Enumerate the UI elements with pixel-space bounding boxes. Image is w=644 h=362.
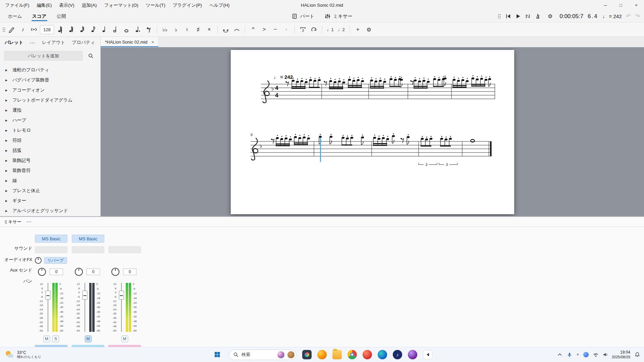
maximize-button[interactable]: □ xyxy=(613,0,629,10)
close-tab-icon[interactable]: × xyxy=(151,40,154,45)
mixer-menu-button[interactable]: ··· xyxy=(26,219,32,224)
audiofx-slot[interactable] xyxy=(35,246,67,253)
app-game-bar-icon[interactable] xyxy=(363,350,372,359)
score-system-2[interactable]: 6 ♭ 3 xyxy=(249,131,494,174)
fader-handle[interactable] xyxy=(119,291,124,300)
note-input-pencil-button[interactable] xyxy=(7,24,17,35)
menu-item[interactable]: 編集(E) xyxy=(33,0,56,10)
duration-16th-button[interactable] xyxy=(77,24,87,35)
palette-category[interactable]: ▶ 装飾記号 xyxy=(0,156,100,166)
loop-playback-button[interactable] xyxy=(525,14,531,19)
fader-handle[interactable] xyxy=(45,291,50,300)
search-companion-icon[interactable] xyxy=(287,351,294,358)
palette-category[interactable]: ▶ 線 xyxy=(0,176,100,186)
menu-item[interactable]: 追加(A) xyxy=(78,0,101,10)
pan-value[interactable]: 0 xyxy=(123,268,137,275)
note-icon-button[interactable]: ♪ xyxy=(18,24,28,35)
palette-category[interactable]: ▶ 装飾音符 xyxy=(0,166,100,176)
parts-button[interactable]: パート xyxy=(292,13,315,19)
metronome-button[interactable] xyxy=(535,14,541,19)
volume-fader[interactable] xyxy=(82,282,88,333)
menu-item[interactable]: ヘルプ(H) xyxy=(206,0,233,10)
palette-category[interactable]: ▶ バグパイプ装飾音 xyxy=(0,75,100,85)
add-button[interactable]: + xyxy=(353,24,363,35)
menu-item[interactable]: ツール(T) xyxy=(142,0,169,10)
key-signature-flat[interactable]: ♭ xyxy=(260,143,262,149)
taskbar-clock[interactable]: 19:04 2025/08/29 xyxy=(612,350,630,360)
play-button[interactable] xyxy=(515,14,521,19)
tab-palettes[interactable]: パレット xyxy=(5,37,23,48)
aux-send-knob[interactable] xyxy=(35,257,42,264)
score-page[interactable]: ♩ = 242 ♭ 4 4 xyxy=(231,50,514,214)
pan-knob[interactable] xyxy=(111,268,119,276)
playback-settings-button[interactable]: ⚙ xyxy=(545,11,555,22)
palette-category[interactable]: ▶ アコーディオン xyxy=(0,85,100,95)
menu-item[interactable]: フォーマット(O) xyxy=(101,0,142,10)
palette-category[interactable]: ▶ ギター xyxy=(0,196,100,206)
rest-button[interactable] xyxy=(144,24,154,35)
fader-handle[interactable] xyxy=(82,291,87,300)
menu-item[interactable]: 表示(V) xyxy=(56,0,78,10)
tab-score[interactable]: スコア xyxy=(27,10,52,22)
reverb-button[interactable]: リバーブ xyxy=(44,257,67,264)
minimize-button[interactable]: ─ xyxy=(598,0,613,10)
palette-category[interactable]: ▶ 括弧 xyxy=(0,145,100,156)
sound-button[interactable]: MS Basic xyxy=(35,235,67,243)
tray-overflow-chevron-icon[interactable] xyxy=(557,352,562,357)
palette-category[interactable]: ▶ ブレスと休止 xyxy=(0,186,100,196)
time-signature-bottom[interactable]: 4 xyxy=(275,92,278,99)
mixer-button[interactable]: ミキサー xyxy=(324,13,352,19)
palette-category[interactable]: ▶ ハープ xyxy=(0,115,100,125)
input-mode-chevrons-button[interactable] xyxy=(29,24,39,35)
mute-button[interactable]: M xyxy=(121,336,128,342)
solo-button[interactable]: S xyxy=(52,336,59,342)
weather-widget[interactable]: 33°C 晴れのちくもり xyxy=(0,350,77,359)
app-firefox-icon[interactable] xyxy=(317,350,327,359)
mute-button[interactable]: M xyxy=(85,336,92,342)
app-purple-icon[interactable] xyxy=(408,350,417,359)
drag-handle-icon[interactable] xyxy=(2,27,6,32)
slur-button[interactable] xyxy=(232,24,242,35)
duration-64th-button[interactable] xyxy=(55,24,65,35)
tab-layout[interactable]: レイアウト xyxy=(42,37,65,48)
palette-category[interactable]: ▶ 連桁のプロパティ xyxy=(0,65,100,75)
drag-handle-icon[interactable] xyxy=(498,14,501,19)
duration-128-button[interactable]: 128 xyxy=(40,25,54,34)
volume-fader[interactable] xyxy=(45,282,51,333)
tuplet-button[interactable]: 3 xyxy=(298,24,308,35)
close-button[interactable]: × xyxy=(629,0,644,10)
pan-knob[interactable] xyxy=(38,268,46,276)
audiofx-slot[interactable] xyxy=(72,246,104,253)
app-file-explorer-icon[interactable] xyxy=(332,350,342,359)
duration-whole-button[interactable] xyxy=(121,24,131,35)
time-signature-top[interactable]: 4 xyxy=(275,85,278,91)
palette-category[interactable]: ▶ アルペジオとグリッサンド xyxy=(0,206,100,216)
tab-home[interactable]: ホーム xyxy=(3,10,27,22)
marcato-button[interactable]: ^ xyxy=(248,24,258,35)
mute-button[interactable]: M xyxy=(43,336,50,342)
notes[interactable] xyxy=(271,133,475,147)
tray-close-icon[interactable]: × xyxy=(577,352,579,357)
flip-direction-button[interactable] xyxy=(309,24,319,35)
sharp-button[interactable]: ♯ xyxy=(193,24,203,35)
key-signature-flat[interactable]: ♭ xyxy=(271,85,274,92)
volume-icon[interactable] xyxy=(603,352,607,357)
app-photos-icon[interactable] xyxy=(302,350,312,359)
pan-value[interactable]: 0 xyxy=(87,268,100,275)
score-system-1[interactable]: ♩ = 242 ♭ 4 4 xyxy=(260,70,496,120)
app-cubase-icon[interactable] xyxy=(423,350,432,359)
tray-app-badge-icon[interactable] xyxy=(583,352,589,357)
palette-search-button[interactable] xyxy=(86,51,96,61)
tab-properties[interactable]: プロパティ xyxy=(72,37,95,48)
tab-publish[interactable]: 公開 xyxy=(52,10,71,22)
augmentation-dot-button[interactable] xyxy=(132,24,143,35)
app-chrome-icon[interactable] xyxy=(347,350,357,359)
notifications-bell-icon[interactable] xyxy=(635,352,640,357)
double-sharp-button[interactable]: × xyxy=(204,24,214,35)
redo-button[interactable]: ↷ xyxy=(635,13,640,20)
pan-value[interactable]: 0 xyxy=(50,268,63,275)
taskbar-search[interactable]: 検索 xyxy=(229,350,297,360)
duration-quarter-button[interactable] xyxy=(99,24,109,35)
pan-knob[interactable] xyxy=(75,268,83,276)
undo-button[interactable]: ↶ xyxy=(626,13,631,20)
